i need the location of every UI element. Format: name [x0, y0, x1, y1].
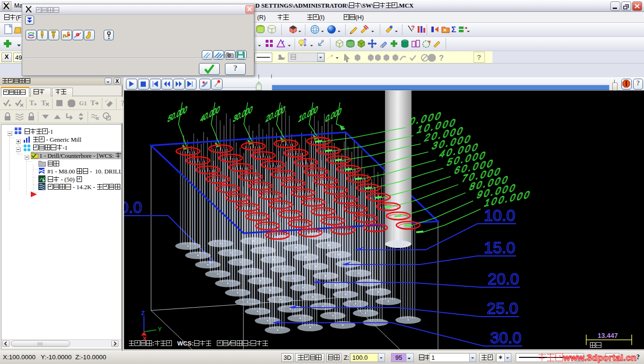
svg-text:13.447: 13.447 [598, 332, 618, 339]
svg-text:Z: Z [141, 309, 145, 317]
svg-text:25.0: 25.0 [487, 299, 518, 317]
svg-text:T: T [41, 99, 46, 107]
svg-text:100.0: 100.0 [124, 198, 142, 216]
svg-text:50.000: 50.000 [167, 104, 188, 125]
svg-text:?: ? [477, 53, 481, 61]
svg-text:T: T [90, 99, 95, 107]
svg-text:?: ? [411, 24, 415, 31]
svg-text:Σ: Σ [451, 25, 456, 34]
svg-text:15.0: 15.0 [484, 238, 515, 256]
svg-text:10.0: 10.0 [484, 206, 515, 224]
svg-text:Y: Y [158, 326, 162, 333]
svg-text:T: T [29, 99, 34, 107]
svg-text:30.0: 30.0 [490, 328, 521, 346]
svg-text:G1: G1 [79, 100, 87, 107]
svg-text:20.0: 20.0 [488, 270, 519, 288]
svg-text:20.000: 20.000 [265, 104, 286, 125]
svg-text:10.000: 10.000 [297, 104, 319, 125]
svg-text:30.000: 30.000 [232, 104, 254, 125]
svg-text:?: ? [439, 54, 444, 62]
svg-text:0.000: 0.000 [324, 106, 343, 125]
svg-text:40.000: 40.000 [199, 104, 221, 125]
